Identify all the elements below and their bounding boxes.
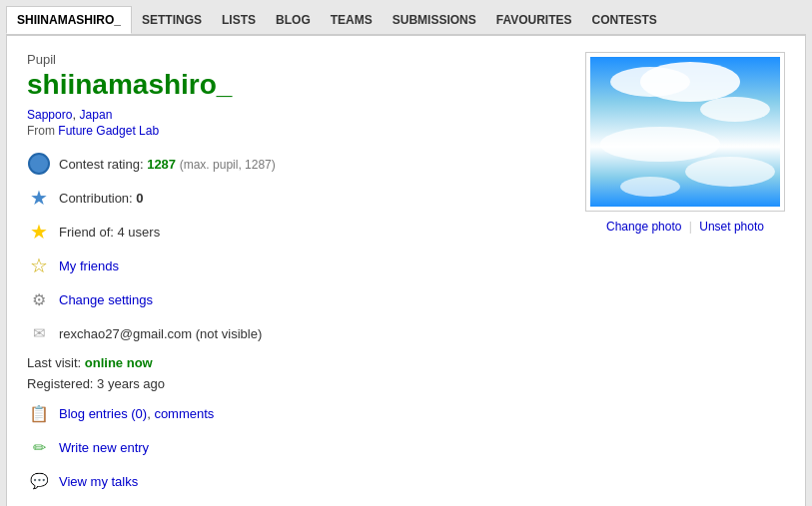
- nav-item-blog[interactable]: BLOG: [266, 7, 321, 33]
- registered-value: 3 years ago: [97, 376, 165, 391]
- last-visit-label: Last visit:: [27, 355, 85, 370]
- nav-item-lists[interactable]: LISTS: [212, 7, 266, 33]
- contest-rating-value: 1287: [147, 157, 176, 172]
- contest-rating-text: Contest rating: 1287 (max. pupil, 1287): [59, 157, 276, 172]
- change-photo-link[interactable]: Change photo: [606, 220, 681, 234]
- contribution-value: 0: [136, 191, 143, 206]
- nav-item-contests[interactable]: CONTESTS: [582, 7, 667, 33]
- write-entry-row: ✏ Write new entry: [27, 435, 565, 459]
- nav-item-profile[interactable]: SHIINAMASHIRO_: [6, 6, 132, 34]
- last-visit-value: online now: [85, 355, 153, 370]
- contest-rating-row: Contest rating: 1287 (max. pupil, 1287): [27, 152, 565, 176]
- my-friends-row: ☆ My friends: [27, 253, 565, 277]
- registered-label: Registered:: [27, 376, 97, 391]
- contest-rating-label: Contest rating:: [59, 157, 147, 172]
- change-settings-link[interactable]: Change settings: [59, 292, 153, 307]
- write-entry-text: Write new entry: [59, 440, 149, 455]
- contribution-label: Contribution:: [59, 191, 136, 206]
- top-nav: SHIINAMASHIRO_ SETTINGS LISTS BLOG TEAMS…: [6, 6, 806, 35]
- nav-item-teams[interactable]: TEAMS: [321, 7, 383, 33]
- view-talks-text: View my talks: [59, 474, 138, 489]
- friend-icon: ★: [27, 220, 51, 244]
- profile-right: Change photo | Unset photo: [585, 52, 785, 503]
- country-link[interactable]: Japan: [80, 108, 113, 122]
- email-row: ✉ rexchao27@gmail.com (not visible): [27, 321, 565, 345]
- profile-left: Pupil shiinamashiro_ Sapporo, Japan From…: [27, 52, 565, 503]
- contribution-icon: ★: [27, 186, 51, 210]
- email-text: rexchao27@gmail.com (not visible): [59, 326, 262, 341]
- location-line: Sapporo, Japan: [27, 107, 565, 122]
- contest-rating-max: (max. pupil, 1287): [180, 158, 276, 172]
- sky-photo: [590, 57, 780, 207]
- write-entry-link[interactable]: Write new entry: [59, 440, 149, 455]
- photo-actions-divider: |: [689, 220, 692, 234]
- contribution-text: Contribution: 0: [59, 191, 144, 206]
- change-settings-row: ⚙ Change settings: [27, 287, 565, 311]
- blog-entries-link[interactable]: Blog entries (0): [59, 406, 147, 421]
- change-settings-text: Change settings: [59, 292, 153, 307]
- write-entry-icon: ✏: [27, 435, 51, 459]
- main-card: Pupil shiinamashiro_ Sapporo, Japan From…: [6, 35, 806, 506]
- my-friends-icon: ☆: [27, 253, 51, 277]
- change-settings-icon: ⚙: [27, 287, 51, 311]
- comments-link[interactable]: comments: [154, 406, 214, 421]
- nav-item-settings[interactable]: SETTINGS: [132, 7, 212, 33]
- from-label: From: [27, 124, 55, 138]
- blog-entries-row: 📋 Blog entries (0), comments: [27, 401, 565, 425]
- unset-photo-link[interactable]: Unset photo: [699, 220, 764, 234]
- view-talks-link[interactable]: View my talks: [59, 474, 138, 489]
- friend-label: Friend of:: [59, 225, 118, 240]
- nav-item-submissions[interactable]: SUBMISSIONS: [383, 7, 486, 33]
- org-link[interactable]: Future Gadget Lab: [58, 124, 159, 138]
- rank-label: Pupil: [27, 52, 565, 67]
- email-icon: ✉: [27, 321, 51, 345]
- view-talks-icon: 💬: [27, 469, 51, 493]
- blog-entries-icon: 📋: [27, 401, 51, 425]
- contest-rating-icon: [27, 152, 51, 176]
- org-line: From Future Gadget Lab: [27, 124, 565, 138]
- blog-entries-text: Blog entries (0), comments: [59, 406, 214, 421]
- my-friends-link[interactable]: My friends: [59, 258, 119, 273]
- contribution-row: ★ Contribution: 0: [27, 186, 565, 210]
- my-friends-text: My friends: [59, 258, 119, 273]
- photo-box: [585, 52, 785, 212]
- last-visit-row: Last visit: online now: [27, 355, 565, 370]
- city-link[interactable]: Sapporo: [27, 108, 72, 122]
- friend-text: Friend of: 4 users: [59, 225, 160, 240]
- page-wrapper: SHIINAMASHIRO_ SETTINGS LISTS BLOG TEAMS…: [0, 0, 812, 506]
- friend-value: 4 users: [118, 225, 161, 240]
- friend-row: ★ Friend of: 4 users: [27, 220, 565, 244]
- username: shiinamashiro_: [27, 69, 565, 101]
- registered-row: Registered: 3 years ago: [27, 376, 565, 391]
- email-value: rexchao27@gmail.com (not visible): [59, 326, 262, 341]
- photo-actions: Change photo | Unset photo: [606, 220, 764, 234]
- view-talks-row: 💬 View my talks: [27, 469, 565, 493]
- nav-item-favourites[interactable]: FAVOURITES: [486, 7, 582, 33]
